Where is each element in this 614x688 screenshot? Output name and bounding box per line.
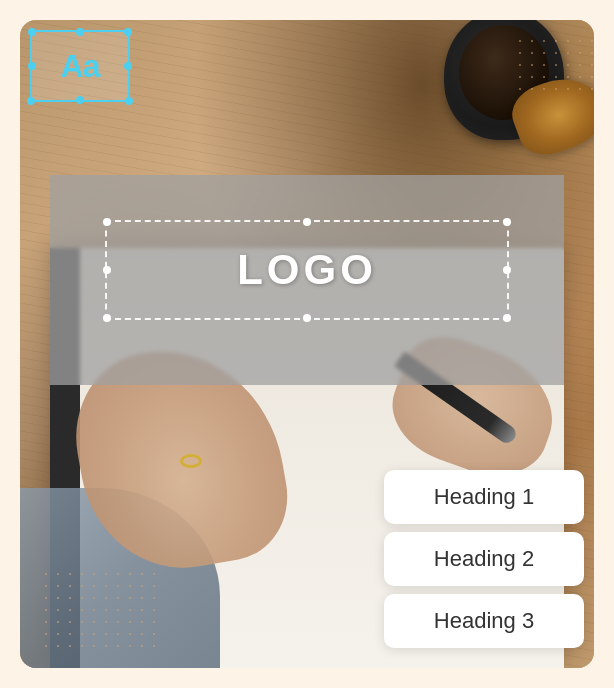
- heading-3-label: Heading 3: [434, 608, 534, 634]
- logo-corner-mb: [303, 314, 311, 322]
- font-icon-corner-mr: [124, 62, 132, 70]
- font-icon-corner-tr: [124, 28, 132, 36]
- ring: [180, 454, 202, 468]
- heading-card-3[interactable]: Heading 3: [384, 594, 584, 648]
- logo-corner-mr: [503, 266, 511, 274]
- logo-corner-ml: [103, 266, 111, 274]
- logo-container[interactable]: LOGO: [105, 220, 509, 320]
- dots-pattern-bottom-left: [40, 568, 160, 648]
- heading-cards: Heading 1 Heading 2 Heading 3: [384, 470, 584, 648]
- dots-pattern-top-right: [514, 35, 594, 95]
- heading-1-label: Heading 1: [434, 484, 534, 510]
- logo-corner-mt: [303, 218, 311, 226]
- logo-corner-br: [503, 314, 511, 322]
- heading-2-label: Heading 2: [434, 546, 534, 572]
- font-icon-corner-mt: [76, 28, 84, 36]
- logo-text: LOGO: [237, 246, 377, 294]
- logo-corner-bl: [103, 314, 111, 322]
- main-canvas: LOGO Aa Heading 1 Heading 2 Heading 3: [20, 20, 594, 668]
- font-icon-corner-tl: [28, 28, 36, 36]
- font-icon-label: Aa: [61, 48, 100, 85]
- heading-card-1[interactable]: Heading 1: [384, 470, 584, 524]
- font-icon-corner-mb: [76, 96, 84, 104]
- font-icon-box[interactable]: Aa: [30, 30, 130, 102]
- font-icon-corner-ml: [28, 62, 36, 70]
- heading-card-2[interactable]: Heading 2: [384, 532, 584, 586]
